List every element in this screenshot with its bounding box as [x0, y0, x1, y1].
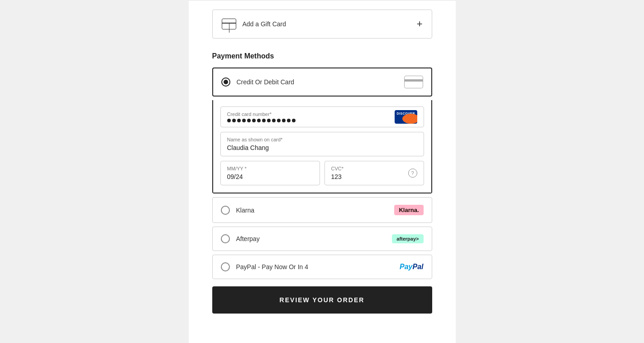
gift-card-label: Add a Gift Card [243, 20, 286, 28]
gift-card-row[interactable]: Add a Gift Card + [212, 10, 432, 39]
cvc-value: 123 [331, 173, 417, 180]
payment-option-credit-debit[interactable]: Credit Or Debit Card [212, 68, 432, 97]
afterpay-label: Afterpay [236, 235, 260, 242]
expiry-field[interactable]: MM/YY * 09/24 [220, 161, 320, 185]
review-order-button[interactable]: REVIEW YOUR ORDER [212, 286, 432, 314]
cvc-label: CVC* [331, 166, 417, 171]
cvc-help-icon[interactable]: ? [408, 169, 417, 178]
credit-debit-label: Credit Or Debit Card [237, 78, 295, 86]
name-on-card-label: Name as shown on card* [227, 137, 417, 142]
radio-afterpay [221, 234, 230, 243]
radio-klarna [221, 206, 230, 215]
payment-option-paypal[interactable]: PayPal - Pay Now Or In 4 PayPal [212, 255, 432, 279]
klarna-badge: Klarna. [394, 205, 423, 215]
gift-card-left: Add a Gift Card [222, 19, 286, 29]
card-number-field[interactable]: Credit card number* DISCOVER [220, 106, 424, 127]
card-number-label: Credit card number* [227, 111, 417, 117]
expiry-value: 09/24 [227, 173, 313, 180]
payment-option-afterpay[interactable]: Afterpay afterpay> [212, 227, 432, 251]
gift-card-icon [222, 19, 236, 29]
afterpay-left: Afterpay [221, 234, 260, 243]
cvc-field[interactable]: CVC* 123 ? [324, 161, 424, 185]
expiry-cvc-row: MM/YY * 09/24 CVC* 123 ? [220, 161, 424, 185]
add-gift-card-icon: + [417, 18, 423, 30]
payment-methods-section: Payment Methods Credit Or Debit Card Cre… [212, 52, 432, 279]
paypal-badge: PayPal [400, 263, 423, 271]
radio-paypal [221, 262, 230, 271]
name-on-card-field[interactable]: Name as shown on card* Claudia Chang [220, 132, 424, 156]
expiry-label: MM/YY * [227, 166, 313, 171]
radio-credit-debit [221, 77, 230, 87]
payment-methods-title: Payment Methods [212, 52, 432, 60]
paypal-label: PayPal - Pay Now Or In 4 [236, 263, 309, 271]
credit-debit-left: Credit Or Debit Card [221, 77, 295, 87]
name-on-card-value: Claudia Chang [227, 144, 417, 151]
card-number-value [227, 119, 417, 122]
klarna-left: Klarna [221, 206, 254, 215]
paypal-left: PayPal - Pay Now Or In 4 [221, 262, 309, 271]
discover-badge: DISCOVER [395, 110, 417, 124]
card-type-icon [404, 76, 423, 88]
card-form: Credit card number* DISCOVER [212, 100, 432, 193]
klarna-label: Klarna [236, 207, 254, 214]
payment-option-klarna[interactable]: Klarna Klarna. [212, 197, 432, 223]
afterpay-badge: afterpay> [392, 234, 423, 243]
